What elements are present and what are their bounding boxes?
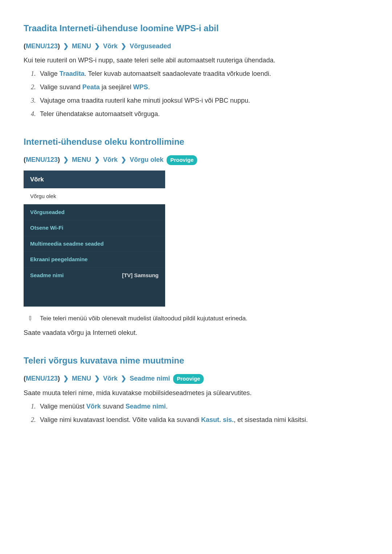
steps-list: Valige Traadita. Teler kuvab automaatsel… [31, 69, 368, 119]
chevron-right-icon: ❯ [121, 374, 126, 383]
chevron-right-icon: ❯ [63, 41, 69, 51]
menu-item: Multimeedia seadme seaded [24, 236, 165, 252]
breadcrumb-part: Võrgu olek [130, 156, 163, 163]
menu-footer [24, 283, 165, 307]
description: Saate vaadata võrgu ja Interneti olekut. [24, 328, 368, 338]
section-wps: Traadita Interneti-ühenduse loomine WPS-… [24, 22, 368, 119]
try-badge[interactable]: Proovige [173, 374, 204, 384]
breadcrumb-part: Võrk [103, 375, 118, 382]
chevron-right-icon: ❯ [94, 155, 100, 165]
intro-text: Saate muuta teleri nime, mida kuvatakse … [24, 388, 368, 398]
menu-item: Võrguseaded [24, 204, 165, 220]
list-item: Valige suvand Peata ja seejärel WPS. [31, 82, 368, 92]
menu-item: Seadme nimi [TV] Samsung [24, 267, 165, 283]
chevron-right-icon: ❯ [63, 374, 69, 383]
menu-item: Ekraani peegeldamine [24, 251, 165, 267]
intro-text: Kui teie ruuteril on WPS-i nupp, saate t… [24, 56, 368, 65]
note-text: Teie teleri menüü võib olenevalt mudelis… [40, 314, 248, 323]
breadcrumb-part: Võrguseaded [130, 42, 171, 50]
chevron-right-icon: ❯ [94, 374, 100, 383]
breadcrumb: (MENU/123) ❯ MENU ❯ Võrk ❯ Võrgu olek Pr… [24, 155, 368, 165]
list-item: Vajutage oma traadita ruuteril kahe minu… [31, 96, 368, 106]
chevron-right-icon: ❯ [121, 41, 126, 51]
menu-header: Võrk [24, 171, 165, 189]
note: ✎ Teie teleri menüü võib olenevalt mudel… [27, 314, 368, 324]
chevron-right-icon: ❯ [121, 155, 126, 165]
breadcrumb-part: MENU/123 [26, 375, 58, 382]
try-badge[interactable]: Proovige [167, 155, 197, 165]
breadcrumb-part: MENU/123 [26, 42, 58, 50]
breadcrumb: (MENU/123) ❯ MENU ❯ Võrk ❯ Võrguseaded [24, 41, 368, 51]
section-title: Traadita Interneti-ühenduse loomine WPS-… [24, 22, 368, 35]
breadcrumb-part: Võrk [103, 156, 118, 163]
section-title: Interneti-ühenduse oleku kontrollimine [24, 135, 368, 148]
menu-item-selected: Võrgu olek [24, 188, 165, 204]
chevron-right-icon: ❯ [94, 41, 100, 51]
section-name: Teleri võrgus kuvatava nime muutmine (ME… [24, 354, 368, 425]
section-status: Interneti-ühenduse oleku kontrollimine (… [24, 135, 368, 338]
breadcrumb-part: MENU [72, 42, 91, 50]
list-item: Valige nimi kuvatavast loendist. Võite v… [31, 415, 368, 425]
list-item: Teler ühendatakse automaatselt võrguga. [31, 109, 368, 119]
breadcrumb: (MENU/123) ❯ MENU ❯ Võrk ❯ Seadme nimi P… [24, 374, 368, 384]
chevron-right-icon: ❯ [63, 155, 69, 165]
breadcrumb-part: MENU/123 [26, 156, 58, 163]
menu-item: Otsene Wi-Fi [24, 220, 165, 236]
section-title: Teleri võrgus kuvatava nime muutmine [24, 354, 368, 367]
pencil-icon: ✎ [25, 313, 36, 324]
menu-screenshot: Võrk Võrgu olek Võrguseaded Otsene Wi-Fi… [24, 171, 165, 307]
steps-list: Valige menüüst Võrk suvand Seadme nimi. … [31, 402, 368, 425]
list-item: Valige menüüst Võrk suvand Seadme nimi. [31, 402, 368, 411]
breadcrumb-part: Võrk [103, 42, 118, 50]
list-item: Valige Traadita. Teler kuvab automaatsel… [31, 69, 368, 79]
breadcrumb-part: Seadme nimi [130, 375, 170, 382]
breadcrumb-part: MENU [72, 375, 91, 382]
breadcrumb-part: MENU [72, 156, 91, 163]
